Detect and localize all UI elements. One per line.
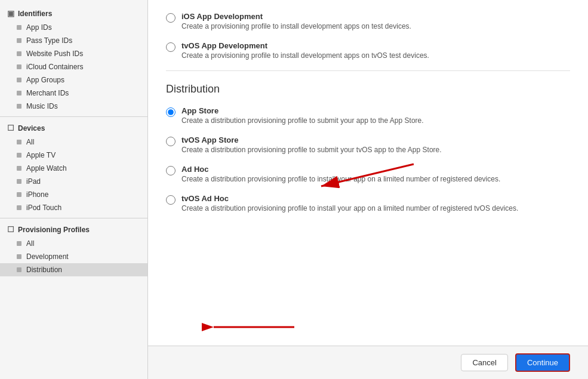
sidebar-item-label: Music IDs [26,102,58,110]
identifiers-header-label: Identifiers [18,10,52,18]
sidebar-item-devices-all[interactable]: All [0,135,147,149]
sidebar: ▣ Identifiers App IDs Pass Type IDs Webs… [0,0,148,379]
dot-icon [17,241,21,246]
sidebar-provisioning-list: All Development Distribution [0,237,147,276]
dot-icon [17,267,21,272]
dot-icon [17,205,21,210]
identifiers-icon: ▣ [7,9,14,18]
sidebar-item-label: Merchant IDs [26,89,69,97]
sidebar-item-label: Apple Watch [26,164,67,172]
radio-tvos-ad-hoc[interactable] [166,195,176,205]
sidebar-item-ipod-touch[interactable]: iPod Touch [0,201,147,214]
sidebar-section-provisioning[interactable]: ☐ Provisioning Profiles [0,222,147,237]
sidebar-item-label: Apple TV [26,151,56,159]
sidebar-item-apple-tv[interactable]: Apple TV [0,149,147,162]
dot-icon [17,25,21,30]
option-tvos-app-store-title: tvOS App Store [181,135,442,144]
option-tvos-app-store-content: tvOS App Store Create a distribution pro… [181,135,442,154]
sidebar-item-website-push-ids[interactable]: Website Push IDs [0,47,147,60]
option-ios-app-dev: iOS App Development Create a provisionin… [166,12,570,30]
sidebar-item-iphone[interactable]: iPhone [0,188,147,201]
dot-icon [17,153,21,158]
option-app-store: App Store Create a distribution provisio… [166,106,570,125]
option-app-store-desc: Create a distribution provisioning profi… [181,116,424,125]
sidebar-item-label: App Groups [26,76,64,84]
dot-icon [17,179,21,184]
sidebar-item-music-ids[interactable]: Music IDs [0,100,147,113]
dot-icon [17,51,21,56]
sidebar-divider-1 [0,116,147,117]
option-ad-hoc-desc: Create a distribution provisioning profi… [181,175,500,183]
option-ad-hoc: Ad Hoc Create a distribution provisionin… [166,165,570,183]
cancel-button[interactable]: Cancel [461,354,507,371]
section-divider [166,70,570,71]
option-tvos-app-dev: tvOS App Development Create a provisioni… [166,41,570,60]
option-tvos-app-dev-title: tvOS App Development [181,41,429,50]
dot-icon [17,140,21,144]
sidebar-item-app-groups[interactable]: App Groups [0,73,147,87]
sidebar-item-prov-distribution[interactable]: Distribution [0,263,147,276]
radio-ios-app-dev[interactable] [166,13,176,23]
main-content: iOS App Development Create a provisionin… [148,0,588,346]
sidebar-divider-2 [0,218,147,218]
dot-icon [17,166,21,171]
distribution-section-title: Distribution [166,83,570,95]
option-tvos-ad-hoc-content: tvOS Ad Hoc Create a distribution provis… [181,194,518,212]
sidebar-item-label: All [26,138,34,146]
option-app-store-content: App Store Create a distribution provisio… [181,106,424,125]
sidebar-item-label: iPhone [26,190,48,199]
option-tvos-ad-hoc-title: tvOS Ad Hoc [181,194,518,203]
footer: Cancel Continue [148,346,588,379]
sidebar-item-label: Distribution [26,266,62,274]
sidebar-item-label: Pass Type IDs [26,36,72,45]
dot-icon [17,91,21,95]
dot-icon [17,78,21,82]
dot-icon [17,254,21,259]
dot-icon [17,192,21,197]
option-tvos-app-store: tvOS App Store Create a distribution pro… [166,135,570,154]
option-ios-app-dev-title: iOS App Development [181,12,411,21]
sidebar-item-merchant-ids[interactable]: Merchant IDs [0,87,147,100]
option-tvos-ad-hoc: tvOS Ad Hoc Create a distribution provis… [166,194,570,212]
provisioning-header-label: Provisioning Profiles [18,226,90,234]
sidebar-item-app-ids[interactable]: App IDs [0,21,147,34]
sidebar-item-prov-all[interactable]: All [0,237,147,250]
dot-icon [17,64,21,69]
sidebar-item-label: iPod Touch [26,204,61,212]
option-tvos-app-dev-content: tvOS App Development Create a provisioni… [181,41,429,60]
option-tvos-ad-hoc-desc: Create a distribution provisioning profi… [181,204,518,212]
sidebar-section-devices[interactable]: ☐ Devices [0,121,147,135]
sidebar-devices-list: All Apple TV Apple Watch iPad iPhone iPo… [0,135,147,214]
sidebar-item-label: Website Push IDs [26,50,83,58]
sidebar-item-icloud-containers[interactable]: iCloud Containers [0,60,147,73]
dot-icon [17,104,21,109]
sidebar-item-label: App IDs [26,23,52,32]
sidebar-item-ipad[interactable]: iPad [0,175,147,188]
sidebar-item-label: iCloud Containers [26,63,83,71]
radio-app-store[interactable] [166,107,176,117]
sidebar-item-label: iPad [26,177,41,186]
dot-icon [17,38,21,43]
option-ad-hoc-title: Ad Hoc [181,165,500,174]
option-ad-hoc-content: Ad Hoc Create a distribution provisionin… [181,165,500,183]
sidebar-identifiers-list: App IDs Pass Type IDs Website Push IDs i… [0,21,147,113]
radio-tvos-app-store[interactable] [166,137,176,146]
continue-button[interactable]: Continue [515,353,570,372]
sidebar-item-apple-watch[interactable]: Apple Watch [0,162,147,175]
option-app-store-title: App Store [181,106,424,115]
devices-header-label: Devices [18,124,45,133]
option-ios-app-dev-desc: Create a provisioning profile to install… [181,22,411,30]
option-ios-app-dev-content: iOS App Development Create a provisionin… [181,12,411,30]
provisioning-icon: ☐ [7,225,14,234]
sidebar-item-label: Development [26,252,69,261]
sidebar-item-pass-type-ids[interactable]: Pass Type IDs [0,34,147,47]
devices-icon: ☐ [7,124,14,133]
option-tvos-app-dev-desc: Create a provisioning profile to install… [181,51,429,60]
option-tvos-app-store-desc: Create a distribution provisioning profi… [181,146,442,154]
sidebar-section-identifiers[interactable]: ▣ Identifiers [0,6,147,21]
radio-ad-hoc[interactable] [166,166,176,175]
sidebar-item-prov-development[interactable]: Development [0,250,147,263]
sidebar-item-label: All [26,239,34,248]
radio-tvos-app-dev[interactable] [166,42,176,52]
